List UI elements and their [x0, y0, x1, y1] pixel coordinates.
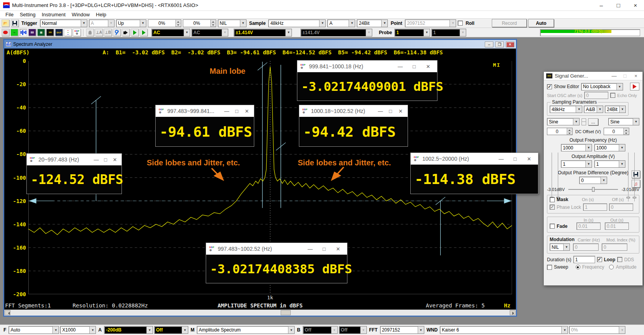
multimeter-icon[interactable]: 88	[28, 29, 36, 36]
sweep-amplitude-radio[interactable]	[609, 265, 614, 269]
auto-button[interactable]: Auto	[528, 19, 554, 27]
sampling-bits-select[interactable]: 24Bit▼	[357, 19, 388, 27]
processing-a-select[interactable]: Off▼	[154, 326, 188, 334]
probe-a-select[interactable]: 1▼	[394, 29, 430, 36]
roll-checkbox[interactable]	[458, 21, 463, 26]
spectrum-analyzer-icon[interactable]	[19, 29, 27, 36]
probe-tool-icon[interactable]	[113, 29, 121, 36]
trigger-hpf-select[interactable]: NIL▼	[218, 19, 246, 27]
trigger-delay-stepper[interactable]: 0%	[183, 19, 216, 27]
waveform-a-select[interactable]: Sine▼	[547, 118, 580, 125]
balance-slider-thumb[interactable]	[592, 187, 595, 192]
popup-titlebar[interactable]: DDP⊕ 997.483~1002.52 (Hz) — □ ✕	[206, 243, 347, 255]
amplitude-a-select[interactable]: 1▼	[561, 160, 592, 168]
dc-offset-b-stepper[interactable]: 0	[604, 128, 629, 135]
maximize-icon[interactable]: □	[318, 246, 330, 252]
data-point-viewer-icon[interactable]: DDP⊕	[73, 29, 81, 36]
sweep-checkbox[interactable]	[547, 265, 552, 270]
minimize-icon[interactable]: —	[93, 157, 100, 163]
menu-file[interactable]: File	[2, 12, 17, 17]
minimize-icon[interactable]: —	[394, 64, 406, 69]
restore-icon[interactable]: ❐	[495, 42, 504, 47]
scroll-left-icon[interactable]	[5, 310, 10, 315]
maximize-icon[interactable]: □	[387, 108, 394, 114]
run-icon[interactable]	[131, 29, 139, 36]
signal-generator-titlebar[interactable]: ≈≈ Signal Gener... — □ ×	[544, 72, 642, 80]
device-under-test-icon[interactable]: DUT	[55, 29, 63, 36]
range-a-display-select[interactable]: -200dB▼	[104, 326, 153, 334]
close-icon[interactable]: ✕	[332, 246, 344, 252]
frequency-a-select[interactable]: 1000▼	[561, 144, 592, 151]
gen-channel-select[interactable]: A&B▼	[584, 106, 603, 113]
device-test-plan-icon[interactable]: ▦	[37, 29, 45, 36]
sound-output-icon[interactable]	[122, 29, 130, 36]
sampling-rate-select[interactable]: 48kHz▼	[268, 19, 326, 27]
close-icon[interactable]: ✕	[111, 157, 118, 163]
trigger-mode-select[interactable]: Normal▼	[40, 19, 87, 27]
modulation-select[interactable]: NIL▼	[550, 243, 570, 251]
menu-setting[interactable]: Setting	[17, 12, 38, 17]
phase-select[interactable]: 0▼	[579, 177, 607, 184]
dc-offset-a-stepper[interactable]: 0	[547, 128, 573, 135]
gen-bits-select[interactable]: 24Bit▼	[605, 106, 626, 113]
window-function-select[interactable]: Kaiser 6▼	[440, 326, 568, 334]
maximize-icon[interactable]: □	[102, 157, 109, 163]
maximize-icon[interactable]: □	[233, 108, 241, 114]
save-waveform-button[interactable]	[632, 170, 640, 178]
menu-help[interactable]: Help	[93, 12, 109, 17]
minimize-icon[interactable]: –	[485, 42, 493, 47]
oscilloscope-icon[interactable]	[2, 29, 9, 36]
popup-titlebar[interactable]: DDP⊕ 999.841~1000.18 (Hz) — □ ✕	[297, 61, 437, 72]
run-once-icon[interactable]	[140, 29, 148, 36]
view-mode-select[interactable]: Amplitude Spectrum▼	[197, 326, 295, 334]
popup-titlebar[interactable]: DDP⊕ 997.483~999.841... — □ ✕	[156, 105, 254, 117]
menu-instrument[interactable]: Instrument	[38, 12, 68, 17]
derived-data-curves-icon[interactable]: ~~~	[64, 29, 72, 36]
gen-rate-select[interactable]: 48kHz▼	[550, 106, 582, 113]
popup-titlebar[interactable]: DDP⊕ 20~997.483 (Hz) — □ ✕	[27, 154, 122, 165]
spectrum-plot-area[interactable]: 0 -20 -40 -60 -80 -100 -120 -140 -160 -1…	[4, 56, 516, 309]
scroll-right-icon[interactable]	[510, 310, 516, 315]
minimize-icon[interactable]: —	[304, 246, 316, 252]
output-slider-track-b1[interactable]	[628, 153, 628, 201]
coupling-a-select[interactable]: AC▼	[151, 29, 190, 36]
output-slider-track-a1[interactable]	[552, 153, 552, 201]
mask-checkbox[interactable]	[550, 197, 555, 202]
sampling-channel-select[interactable]: A▼	[327, 19, 355, 27]
ddp-popup-right-sidelobe[interactable]: DDP⊕ 1000.18~1002.52 (Hz) — □ ✕ -94.42 d…	[299, 105, 408, 147]
minimize-icon[interactable]: —	[495, 156, 507, 162]
balance-slider[interactable]	[568, 189, 618, 190]
horizontal-scrollbar[interactable]	[4, 309, 516, 316]
maximize-icon[interactable]: □	[408, 64, 420, 69]
ddp-popup-left-sidelobe[interactable]: DDP⊕ 997.483~999.841... — □ ✕ -94.61 dBF…	[155, 105, 254, 147]
maximize-icon[interactable]: □	[610, 0, 627, 11]
save-icon[interactable]	[11, 19, 19, 27]
menu-window[interactable]: Window	[69, 12, 93, 17]
ddp-popup-main-peak[interactable]: DDP⊕ 999.841~1000.18 (Hz) — □ ✕ -3.02174…	[297, 60, 437, 101]
close-icon[interactable]: ✕	[243, 108, 251, 114]
loopback-select[interactable]: No Loopback▼	[581, 83, 623, 90]
wave-stepper[interactable]	[582, 118, 586, 125]
duration-field[interactable]: 1	[573, 256, 595, 263]
fade-checkbox[interactable]	[550, 224, 555, 229]
maximize-icon[interactable]: □	[509, 156, 521, 162]
scrollbar-thumb[interactable]	[281, 310, 291, 315]
output-slider-track-b2[interactable]	[634, 153, 635, 201]
minimize-icon[interactable]: —	[377, 108, 384, 114]
frequency-b-select[interactable]: 1000▼	[594, 144, 625, 151]
loop-checkbox[interactable]	[597, 257, 602, 262]
popup-titlebar[interactable]: DDP⊕ 1002.5~20000 (Hz) — □ ✕	[411, 153, 538, 165]
ddp-popup-high-band[interactable]: DDP⊕ 1002.5~20000 (Hz) — □ ✕ -114.38 dBF…	[410, 153, 538, 194]
close-icon[interactable]: ×	[627, 0, 644, 11]
close-icon[interactable]: ✕	[523, 156, 535, 162]
play-file-button[interactable]: ♫	[632, 180, 640, 187]
frequency-axis-select[interactable]: Auto▼	[9, 326, 59, 334]
trigger-level-stepper[interactable]: 0%	[148, 19, 181, 27]
close-icon[interactable]: ✕	[397, 108, 404, 114]
open-file-icon[interactable]: 📂	[2, 19, 9, 27]
wave-library-button[interactable]: ...	[588, 118, 598, 125]
signal-generator-icon[interactable]: ~	[10, 29, 18, 36]
minimize-icon[interactable]: —	[223, 108, 231, 114]
minimize-icon[interactable]: —	[610, 73, 618, 79]
close-icon[interactable]: ✕	[422, 64, 434, 69]
